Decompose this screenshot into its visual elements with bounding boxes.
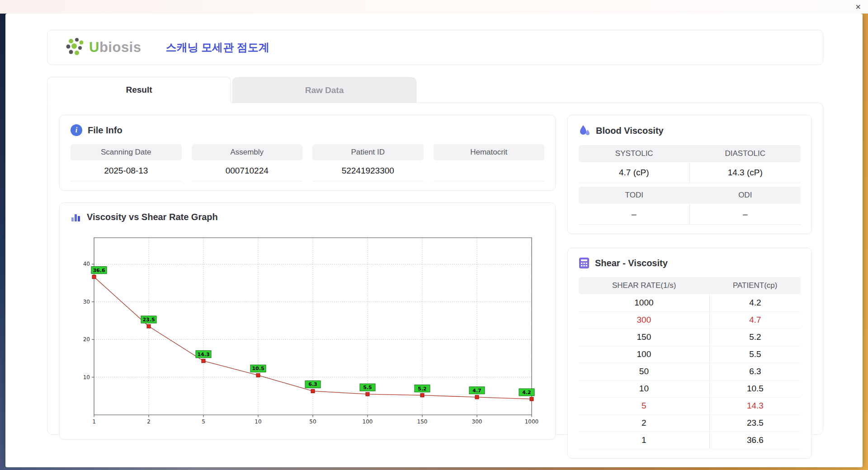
patient-cell: 6.3 bbox=[709, 363, 801, 380]
svg-text:23.5: 23.5 bbox=[142, 317, 155, 323]
field-hematocrit: Hematocrit bbox=[434, 144, 545, 181]
col-patient: PATIENT(cp) bbox=[709, 277, 801, 294]
graph-title: Viscosity vs Shear Rate Graph bbox=[87, 212, 218, 222]
svg-text:10: 10 bbox=[255, 418, 261, 425]
svg-text:40: 40 bbox=[83, 261, 90, 267]
file-info-fields: Scanning Date 2025-08-13 Assembly 000710… bbox=[71, 144, 544, 181]
patient-cell: 5.5 bbox=[709, 346, 801, 363]
bar-chart-icon bbox=[71, 212, 81, 222]
blood-viscosity-header-row-2: TODI ODI bbox=[579, 187, 801, 204]
field-label: Scanning Date bbox=[71, 144, 182, 160]
shear-viscosity-table: SHEAR RATE(1/s) PATIENT(cp) 10004.2 3004… bbox=[579, 277, 801, 449]
table-row: 136.6 bbox=[579, 432, 801, 449]
odi-label: ODI bbox=[690, 187, 801, 204]
table-row: 1005.5 bbox=[579, 346, 801, 363]
table-row: 10004.2 bbox=[579, 294, 801, 311]
svg-text:20: 20 bbox=[83, 336, 90, 343]
patient-cell: 36.6 bbox=[709, 432, 801, 449]
file-info-card: i File Info Scanning Date 2025-08-13 Ass… bbox=[59, 115, 556, 191]
svg-text:300: 300 bbox=[472, 418, 482, 425]
table-row: 223.5 bbox=[579, 414, 801, 432]
svg-text:10: 10 bbox=[83, 374, 90, 381]
shear-rate-cell: 5 bbox=[579, 397, 709, 414]
table-row: 3004.7 bbox=[579, 311, 801, 329]
table-row: 1505.2 bbox=[579, 329, 801, 346]
patient-cell: 23.5 bbox=[709, 414, 801, 432]
field-value: 2025-08-13 bbox=[71, 160, 182, 181]
shear-rate-cell: 1000 bbox=[579, 294, 709, 311]
app-title: 스캐닝 모세관 점도계 bbox=[165, 40, 269, 55]
field-label: Hematocrit bbox=[434, 144, 545, 160]
field-scanning-date: Scanning Date 2025-08-13 bbox=[71, 144, 182, 181]
svg-text:5.2: 5.2 bbox=[418, 386, 427, 392]
shear-rate-cell: 300 bbox=[579, 311, 709, 329]
ubiosis-logo: Ubiosis bbox=[65, 38, 141, 57]
field-patient-id: Patient ID 52241923300 bbox=[312, 144, 424, 181]
patient-cell: 14.3 bbox=[709, 397, 801, 414]
svg-text:6.3: 6.3 bbox=[308, 381, 317, 387]
tab-bar: Result Raw Data bbox=[47, 77, 823, 103]
table-row: 514.3 bbox=[579, 397, 801, 414]
tab-raw-data[interactable]: Raw Data bbox=[232, 77, 416, 103]
odi-value: – bbox=[690, 204, 801, 225]
svg-text:1000: 1000 bbox=[525, 418, 539, 425]
todi-value: – bbox=[579, 204, 690, 225]
svg-text:5: 5 bbox=[202, 418, 205, 425]
info-icon: i bbox=[71, 124, 82, 136]
blood-viscosity-title: Blood Viscosity bbox=[596, 126, 664, 136]
field-assembly: Assembly 000710224 bbox=[192, 144, 303, 181]
blood-viscosity-value-row-1: 4.7 (cP) 14.3 (cP) bbox=[579, 162, 801, 183]
window-titlebar: × bbox=[0, 0, 868, 14]
shear-rate-cell: 2 bbox=[579, 414, 709, 432]
diastolic-value: 14.3 (cP) bbox=[690, 162, 801, 183]
viscosity-chart: 102030401251050100150300100036.623.514.3… bbox=[71, 230, 544, 430]
blood-viscosity-value-row-2: – – bbox=[579, 204, 801, 225]
svg-text:2: 2 bbox=[147, 418, 151, 425]
svg-text:150: 150 bbox=[417, 418, 428, 425]
svg-text:30: 30 bbox=[83, 299, 90, 305]
systolic-label: SYSTOLIC bbox=[579, 145, 690, 162]
svg-text:100: 100 bbox=[363, 418, 373, 425]
field-value: 52241923300 bbox=[312, 160, 424, 181]
field-label: Assembly bbox=[192, 144, 303, 160]
svg-text:4.2: 4.2 bbox=[522, 390, 531, 395]
field-value: 000710224 bbox=[192, 160, 303, 181]
app-window: Ubiosis 스캐닝 모세관 점도계 Result Raw Data i Fi… bbox=[5, 14, 863, 467]
field-label: Patient ID bbox=[312, 144, 424, 160]
svg-text:4.7: 4.7 bbox=[472, 388, 481, 394]
graph-card: Viscosity vs Shear Rate Graph 1020304012… bbox=[59, 202, 556, 440]
blood-viscosity-card: Blood Viscosity SYSTOLIC DIASTOLIC 4.7 (… bbox=[567, 115, 812, 234]
shear-rate-cell: 150 bbox=[579, 329, 709, 346]
svg-text:14.3: 14.3 bbox=[197, 352, 209, 357]
shear-rate-cell: 1 bbox=[579, 432, 709, 449]
svg-text:1: 1 bbox=[92, 418, 96, 425]
shear-rate-cell: 100 bbox=[579, 346, 709, 363]
logo-rest-letters: biosis bbox=[99, 39, 142, 55]
content-panel: i File Info Scanning Date 2025-08-13 Ass… bbox=[47, 103, 823, 435]
svg-text:10.5: 10.5 bbox=[252, 366, 264, 371]
patient-cell: 5.2 bbox=[709, 329, 801, 346]
ubiosis-logo-text: Ubiosis bbox=[89, 39, 141, 56]
blood-viscosity-header-row-1: SYSTOLIC DIASTOLIC bbox=[579, 145, 801, 162]
tab-result[interactable]: Result bbox=[47, 77, 231, 103]
viscosity-chart-svg: 102030401251050100150300100036.623.514.3… bbox=[71, 230, 544, 430]
file-info-title: File Info bbox=[88, 125, 123, 136]
diastolic-label: DIASTOLIC bbox=[690, 145, 801, 162]
shear-viscosity-card: Shear - Viscosity SHEAR RATE(1/s) PATIEN… bbox=[567, 248, 812, 459]
patient-cell: 10.5 bbox=[709, 380, 801, 397]
table-header-row: SHEAR RATE(1/s) PATIENT(cp) bbox=[579, 277, 801, 294]
field-value bbox=[434, 160, 545, 181]
window-close-button[interactable]: × bbox=[855, 2, 861, 11]
calculator-grid-icon bbox=[579, 257, 590, 269]
col-shear-rate: SHEAR RATE(1/s) bbox=[579, 277, 709, 294]
todi-label: TODI bbox=[579, 187, 690, 204]
svg-text:5.5: 5.5 bbox=[363, 385, 372, 390]
ubiosis-logo-mark bbox=[65, 38, 86, 57]
shear-rate-cell: 10 bbox=[579, 380, 709, 397]
table-row: 506.3 bbox=[579, 363, 801, 380]
svg-text:36.6: 36.6 bbox=[93, 268, 105, 273]
patient-cell: 4.2 bbox=[709, 294, 801, 311]
shear-viscosity-title: Shear - Viscosity bbox=[595, 258, 668, 268]
water-drops-icon bbox=[579, 124, 590, 137]
table-row: 1010.5 bbox=[579, 380, 801, 397]
